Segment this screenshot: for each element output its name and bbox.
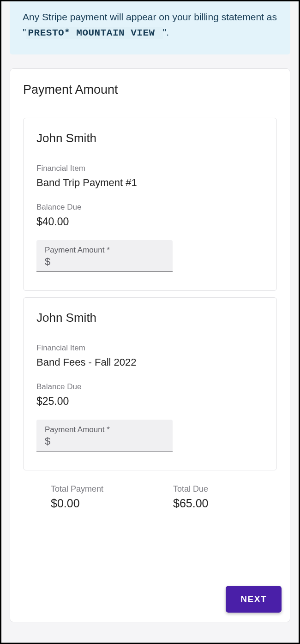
payment-amount-label: Payment Amount *	[45, 425, 164, 434]
payment-amount-input[interactable]	[53, 257, 164, 267]
balance-due-label: Balance Due	[36, 203, 264, 212]
payment-amount-field[interactable]: Payment Amount * $	[36, 420, 173, 451]
total-due-value: $65.00	[173, 497, 277, 510]
balance-due-label: Balance Due	[36, 382, 264, 391]
financial-item-value: Band Trip Payment #1	[36, 177, 264, 189]
financial-item-label: Financial Item	[36, 164, 264, 173]
payment-amount-label: Payment Amount *	[45, 246, 164, 255]
total-due: Total Due $65.00	[173, 484, 277, 510]
currency-prefix: $	[45, 256, 50, 268]
balance-due-value: $40.00	[36, 216, 264, 228]
payment-amount-field[interactable]: Payment Amount * $	[36, 240, 173, 272]
currency-prefix: $	[45, 435, 50, 447]
payment-amount-card: Payment Amount John Smith Financial Item…	[10, 68, 290, 622]
statement-descriptor: PRESTO* MOUNTAIN VIEW	[26, 27, 162, 39]
total-payment-label: Total Payment	[51, 484, 155, 494]
stripe-notice: Any Stripe payment will appear on your b…	[10, 1, 290, 54]
person-name: John Smith	[36, 311, 264, 325]
payment-amount-input[interactable]	[53, 436, 164, 447]
section-title: Payment Amount	[23, 83, 277, 97]
notice-text-suffix: ".	[163, 27, 169, 37]
total-due-label: Total Due	[173, 484, 277, 494]
payment-item: John Smith Financial Item Band Trip Paym…	[23, 118, 277, 291]
total-payment: Total Payment $0.00	[51, 484, 155, 510]
financial-item-value: Band Fees - Fall 2022	[36, 356, 264, 368]
next-button[interactable]: NEXT	[226, 586, 282, 613]
payment-item: John Smith Financial Item Band Fees - Fa…	[23, 297, 277, 470]
totals-row: Total Payment $0.00 Total Due $65.00	[23, 477, 277, 510]
person-name: John Smith	[36, 131, 264, 145]
balance-due-value: $25.00	[36, 395, 264, 408]
financial-item-label: Financial Item	[36, 343, 264, 353]
total-payment-value: $0.00	[51, 497, 155, 510]
